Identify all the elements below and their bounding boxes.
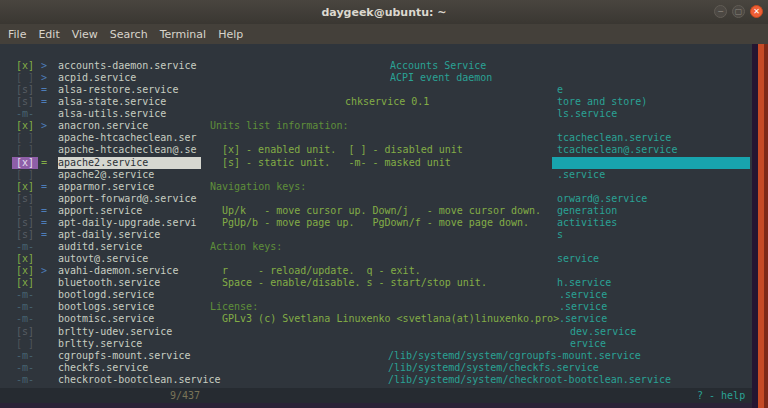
service-name: apache2.service xyxy=(58,157,201,169)
status-bar: 9/437 ? - help xyxy=(0,388,752,403)
menu-item-help[interactable]: Help xyxy=(212,28,249,41)
unit-state-marker: [ ] xyxy=(16,338,34,350)
unit-state-marker: [ ] xyxy=(16,132,34,144)
close-button[interactable]: ✕ xyxy=(750,5,763,18)
unit-connector: > xyxy=(41,265,47,277)
menu-item-edit[interactable]: Edit xyxy=(32,28,65,41)
desktop-screen: daygeek@ubuntu: ~ − ▢ ✕ FileEditViewSear… xyxy=(0,0,768,408)
menu-item-terminal[interactable]: Terminal xyxy=(154,28,213,41)
service-name: cgroupfs-mount.service xyxy=(58,350,190,362)
fragment-dev-service: dev.service xyxy=(570,326,636,338)
app-title: chkservice 0.1 xyxy=(345,96,429,108)
unit-state-marker: -m- xyxy=(16,289,34,301)
service-name: auditd.service xyxy=(58,241,142,253)
unit-connector: = xyxy=(41,84,47,96)
fragment-ls-service: ls.service xyxy=(557,108,617,120)
fragment-tcacheclean-at: tcacheclean@.service xyxy=(557,144,677,156)
service-name: alsa-state.service xyxy=(58,96,166,108)
service-name: anacron.service xyxy=(58,120,148,132)
unit-connector: > xyxy=(41,60,47,72)
service-name: autovt@.service xyxy=(58,253,148,265)
service-name: brltty-udev.service xyxy=(58,326,172,338)
legend-enabled-disabled: [x] - enabled unit. [ ] - disabled unit xyxy=(222,144,463,156)
window-bottom-border xyxy=(0,403,758,408)
unit-state-marker: -m- xyxy=(16,362,34,374)
desktop-edge-maroon xyxy=(764,44,768,408)
service-row[interactable]: [s]brltty-udev.service xyxy=(0,326,540,338)
action-keys-header: Action keys: xyxy=(210,241,282,253)
unit-connector: > xyxy=(41,72,47,84)
fragment-orward: orward@.service xyxy=(557,193,647,205)
service-name: apt-daily.service xyxy=(58,229,160,241)
fragment-service-5: .service xyxy=(559,313,607,325)
unit-connector: = xyxy=(41,229,47,241)
unit-state-marker: -m- xyxy=(16,108,34,120)
window-title: daygeek@ubuntu: ~ xyxy=(321,6,446,19)
fragment-tcacheclean: tcacheclean.service xyxy=(557,132,671,144)
path-checkfs: /lib/systemd/system/checkfs.service xyxy=(388,362,599,374)
unit-state-marker: -m- xyxy=(16,350,34,362)
fragment-activities: activities xyxy=(557,217,617,229)
service-row[interactable]: [s]=alsa-state.service xyxy=(0,96,540,108)
window-titlebar: daygeek@ubuntu: ~ − ▢ ✕ xyxy=(0,0,768,24)
unit-state-marker: -m- xyxy=(16,301,34,313)
service-row[interactable]: [ ]brltty.service xyxy=(0,338,540,350)
nav-line-2: PgUp/b - move page up. PgDown/f - move p… xyxy=(222,217,529,229)
service-row[interactable]: [x]autovt@.service xyxy=(0,253,540,265)
unit-connector: = xyxy=(41,181,47,193)
unit-state-marker: [x] xyxy=(16,253,34,265)
service-name: apache2@.service xyxy=(58,169,154,181)
path-checkroot-bootclean: /lib/systemd/system/checkroot-bootclean.… xyxy=(388,374,671,386)
fragment-h-service: h.service xyxy=(557,277,611,289)
service-row[interactable]: -m-bootlogs.service xyxy=(0,301,540,313)
service-row[interactable]: [ ]apache2@.service xyxy=(0,169,540,181)
service-name: accounts-daemon.service xyxy=(58,60,196,72)
unit-connector: = xyxy=(41,217,47,229)
service-name: avahi-daemon.service xyxy=(58,265,178,277)
license-line: GPLv3 (c) Svetlana Linuxenko <svetlana(a… xyxy=(222,313,559,325)
nav-keys-header: Navigation keys: xyxy=(210,181,306,193)
service-name: alsa-utils.service xyxy=(58,108,166,120)
minimize-button[interactable]: − xyxy=(714,5,727,18)
service-name: alsa-restore.service xyxy=(58,84,178,96)
menu-item-file[interactable]: File xyxy=(2,28,32,41)
menu-item-search[interactable]: Search xyxy=(104,28,154,41)
unit-state-marker: [x] xyxy=(16,277,34,289)
unit-state-marker: [s] xyxy=(16,96,34,108)
unit-state-marker: [s] xyxy=(16,84,34,96)
unit-state-marker: [ ] xyxy=(16,144,34,156)
unit-connector: = xyxy=(41,157,47,169)
action-line-2: Space - enable/disable. s - start/stop u… xyxy=(222,277,487,289)
service-row[interactable]: -m-alsa-utils.service xyxy=(0,108,540,120)
service-name: apport-forward@.service xyxy=(58,193,196,205)
maximize-button[interactable]: ▢ xyxy=(732,5,745,18)
unit-state-marker: [x] xyxy=(16,120,34,132)
unit-state-marker: [x] xyxy=(16,60,34,72)
legend-static-masked: [s] - static unit. -m- - masked unit xyxy=(222,157,451,169)
unit-connector: = xyxy=(41,96,47,108)
unit-state-marker: -m- xyxy=(16,313,34,325)
window-controls: − ▢ ✕ xyxy=(714,5,763,18)
path-cgroupfs-mount: /lib/systemd/system/cgroupfs-mount.servi… xyxy=(388,350,641,362)
fragment-service-1: .service xyxy=(557,169,605,181)
unit-state-marker: [x] xyxy=(16,265,34,277)
menu-bar: FileEditViewSearchTerminalHelp xyxy=(0,24,768,44)
service-row[interactable]: [s]apport-forward@.service xyxy=(0,193,540,205)
menu-item-view[interactable]: View xyxy=(66,28,104,41)
fragment-e: e xyxy=(557,84,563,96)
selection-bar xyxy=(552,157,750,169)
service-name: apport.service xyxy=(58,205,142,217)
service-name: apparmor.service xyxy=(58,181,154,193)
unit-state-marker: -m- xyxy=(16,241,34,253)
unit-state-marker: [s] xyxy=(16,217,34,229)
service-name: bootlogs.service xyxy=(58,301,154,313)
service-row[interactable]: -m-bootlogd.service xyxy=(0,289,540,301)
unit-state-marker: [x] xyxy=(16,181,34,193)
action-line-1: r - reload/update. q - exit. xyxy=(222,265,421,277)
unit-state-marker: [s] xyxy=(16,193,34,205)
desc-acpi-event-daemon: ACPI event daemon xyxy=(390,72,492,84)
service-row[interactable]: [s]=apt-daily.service xyxy=(0,229,540,241)
service-row[interactable]: [ ]apache-htcacheclean.ser xyxy=(0,132,540,144)
service-row[interactable]: [s]=alsa-restore.service xyxy=(0,84,540,96)
unit-connector: = xyxy=(41,205,47,217)
